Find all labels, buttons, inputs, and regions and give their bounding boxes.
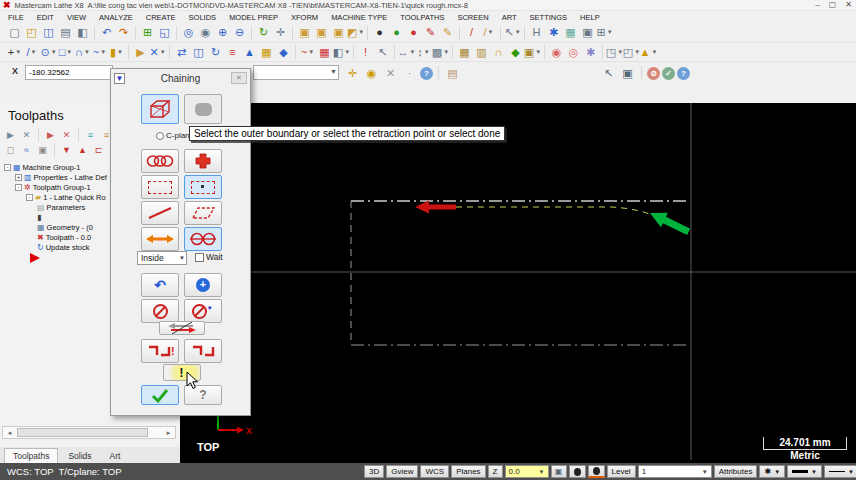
autocursor-help-icon[interactable]: ? bbox=[420, 67, 433, 80]
stock-model-icon[interactable]: ◰▼ bbox=[623, 44, 640, 60]
close-icon[interactable]: ✕ bbox=[845, 0, 852, 9]
xform-offset-icon[interactable]: ≡ bbox=[224, 44, 241, 60]
level-button[interactable]: Level bbox=[607, 465, 636, 478]
menu-edit[interactable]: EDIT bbox=[37, 13, 54, 22]
print-icon[interactable]: ▤ bbox=[57, 25, 74, 41]
window-select-button[interactable] bbox=[141, 175, 179, 199]
shade-off-icon[interactable]: ● bbox=[371, 25, 388, 41]
expand-icon[interactable]: + bbox=[15, 174, 22, 181]
partial-chain-button[interactable] bbox=[184, 227, 222, 251]
create-primitives-icon[interactable]: ▮▼ bbox=[108, 44, 125, 60]
solid-chaining-button[interactable] bbox=[184, 94, 222, 124]
gview-front-icon[interactable]: ▣ bbox=[313, 25, 330, 41]
wait-checkbox[interactable]: Wait bbox=[195, 252, 223, 262]
analyze-volume-icon[interactable]: ▦ bbox=[562, 25, 579, 41]
clipboard-icon[interactable]: ▤ bbox=[444, 65, 461, 81]
create-curve-icon[interactable]: ~▼ bbox=[299, 44, 316, 60]
new-file-icon[interactable]: ▢ bbox=[6, 25, 23, 41]
menu-screen[interactable]: SCREEN bbox=[457, 13, 488, 22]
scrollbar-thumb[interactable] bbox=[17, 428, 148, 437]
select-all-operations-icon[interactable]: ▶ bbox=[3, 128, 18, 141]
note-icon[interactable]: ! bbox=[357, 44, 374, 60]
grid-settings-icon[interactable]: ⊞▼ bbox=[596, 25, 613, 41]
chaining-dialog-titlebar[interactable]: ▼ Chaining ✕ bbox=[111, 69, 250, 87]
zoom-in-icon[interactable]: ⊕ bbox=[214, 25, 231, 41]
selected-chain-line[interactable] bbox=[456, 207, 654, 216]
undo-icon[interactable]: ↶ bbox=[98, 25, 115, 41]
tab-solids[interactable]: Solids bbox=[60, 449, 99, 463]
xform-mirror-icon[interactable]: ◫ bbox=[190, 44, 207, 60]
surface-flat-icon[interactable]: ▦ bbox=[456, 44, 473, 60]
zoom-window-icon[interactable]: ◎ bbox=[180, 25, 197, 41]
save-icon[interactable]: ◫ bbox=[40, 25, 57, 41]
screen-settings-icon[interactable]: ◧▼ bbox=[333, 44, 350, 60]
wireframe-color-swatch[interactable] bbox=[569, 465, 586, 478]
surface-box-icon[interactable]: ▣▼ bbox=[524, 44, 541, 60]
reverse-chain-button[interactable] bbox=[159, 321, 205, 335]
trim-icon[interactable]: ▶ bbox=[132, 44, 149, 60]
gview-iso-icon[interactable]: ◩▼ bbox=[347, 25, 364, 41]
create-arc-icon[interactable]: ∩▼ bbox=[74, 44, 91, 60]
wireframe-chaining-button[interactable] bbox=[141, 94, 179, 124]
create-spline-icon[interactable]: ~▼ bbox=[91, 44, 108, 60]
xform-rotate-icon[interactable]: ↻ bbox=[207, 44, 224, 60]
unselect-chain-button[interactable] bbox=[141, 299, 179, 323]
chain-start-button[interactable]: ! bbox=[141, 339, 179, 363]
solid-revolve-icon[interactable]: ◆ bbox=[275, 44, 292, 60]
containment-dropdown[interactable]: Inside▼ bbox=[137, 251, 187, 265]
unselect-all-chains-button[interactable]: * bbox=[184, 299, 222, 323]
unselect-all-operations-icon[interactable]: ✕ bbox=[19, 128, 34, 141]
menu-analyze[interactable]: ANALYZE bbox=[99, 13, 133, 22]
menu-model-prep[interactable]: MODEL PREP bbox=[229, 13, 278, 22]
attributes-button[interactable]: Attributes bbox=[714, 465, 758, 478]
dim-vertical-icon[interactable]: ↕▼ bbox=[415, 44, 432, 60]
shade-materials-icon[interactable]: ● bbox=[405, 25, 422, 41]
autocursor-origin-icon[interactable]: ◉ bbox=[363, 65, 380, 81]
menu-create[interactable]: CREATE bbox=[146, 13, 176, 22]
x-coordinate-input[interactable] bbox=[25, 65, 113, 80]
create-line-icon[interactable]: /▼ bbox=[23, 44, 40, 60]
create-rectangle-icon[interactable]: □▼ bbox=[57, 44, 74, 60]
scroll-right-icon[interactable]: ▸ bbox=[162, 427, 175, 438]
chain-button[interactable] bbox=[141, 149, 179, 173]
level-field[interactable]: 1▼ bbox=[638, 465, 712, 478]
gview-top-icon[interactable]: ▣ bbox=[296, 25, 313, 41]
menu-view[interactable]: VIEW bbox=[67, 13, 86, 22]
solid-torus-icon[interactable]: ◎ bbox=[565, 44, 582, 60]
xform-translate-icon[interactable]: ⇄ bbox=[173, 44, 190, 60]
vector-select-button[interactable] bbox=[141, 227, 179, 251]
end-selection-icon[interactable]: ⊘ bbox=[647, 67, 660, 80]
surface-dome-icon[interactable]: ∩ bbox=[490, 44, 507, 60]
menu-art[interactable]: ART bbox=[502, 13, 517, 22]
dynamic-rotate-icon[interactable]: ↻ bbox=[255, 25, 272, 41]
surface-net-icon[interactable]: ▥ bbox=[473, 44, 490, 60]
menu-file[interactable]: FILE bbox=[8, 13, 24, 22]
create-point-icon[interactable]: +▼ bbox=[6, 44, 23, 60]
select-cursor-icon[interactable]: ↖ bbox=[600, 65, 617, 81]
tab-art[interactable]: Art bbox=[102, 449, 129, 463]
create-circle-icon[interactable]: ⊙▼ bbox=[40, 44, 57, 60]
panel-horizontal-scrollbar[interactable]: ◂ ▸ bbox=[2, 426, 176, 439]
surface-paint-icon[interactable]: ◆ bbox=[507, 44, 524, 60]
edit-surface-icon[interactable]: ✎ bbox=[439, 25, 456, 41]
window-point-button[interactable] bbox=[184, 175, 222, 199]
delete-entities-icon[interactable]: ✕▼ bbox=[149, 44, 166, 60]
wcs-button[interactable]: WCS bbox=[420, 465, 449, 478]
stock-cone-icon[interactable]: ▲▼ bbox=[640, 44, 657, 60]
redo-icon[interactable]: ↷ bbox=[115, 25, 132, 41]
lock-icon[interactable]: ◻ bbox=[3, 143, 18, 156]
xform-scale-icon[interactable]: ▲ bbox=[241, 44, 258, 60]
solid-gear-icon[interactable]: ✱ bbox=[582, 44, 599, 60]
chain-start-arrow[interactable] bbox=[646, 206, 692, 239]
menu-help[interactable]: HELP bbox=[580, 13, 600, 22]
collapse-icon[interactable]: - bbox=[4, 164, 11, 171]
clear-entry-icon[interactable]: ✕ bbox=[382, 65, 399, 81]
single-select-button[interactable] bbox=[141, 201, 179, 225]
window-select-icon[interactable]: ▣ bbox=[619, 65, 636, 81]
planes-button[interactable]: Planes bbox=[451, 465, 485, 478]
fit-screen-icon[interactable]: ⊞ bbox=[139, 25, 156, 41]
move-insert-down-icon[interactable]: ▼ bbox=[59, 143, 74, 156]
autocursor-icon[interactable]: ✛ bbox=[344, 65, 361, 81]
shade-on-icon[interactable]: ● bbox=[388, 25, 405, 41]
toggle-toolpath-display-icon[interactable]: ≈ bbox=[19, 143, 34, 156]
